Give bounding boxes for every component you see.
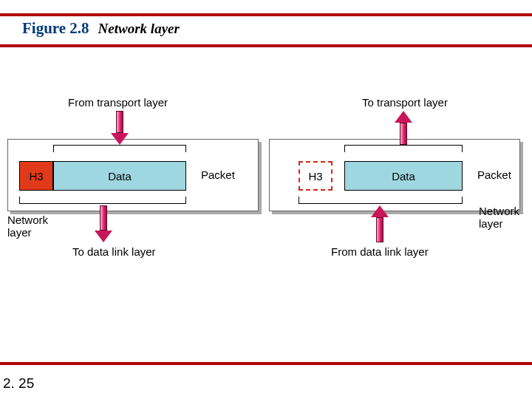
header-segment-h3-removed: H3 xyxy=(299,161,332,191)
packet-label: Packet xyxy=(477,168,511,181)
layer-label: Networklayer xyxy=(479,205,519,230)
data-bracket-top xyxy=(53,145,186,152)
figure-title: Network layer xyxy=(98,21,180,37)
layer-label: Networklayer xyxy=(7,214,48,239)
data-segment: Data xyxy=(53,161,186,191)
header-segment-h3: H3 xyxy=(19,161,53,191)
to-datalink-label: To data link layer xyxy=(72,245,156,258)
from-datalink-label: From data link layer xyxy=(331,245,429,258)
slide-number: 2. 25 xyxy=(3,375,34,392)
figure-number: Figure 2.8 xyxy=(22,19,89,38)
data-segment: Data xyxy=(344,161,463,191)
rule-under-title xyxy=(0,44,532,47)
layer-label-text: Networklayer xyxy=(479,205,519,230)
packet-label: Packet xyxy=(201,168,235,181)
segment-label: Data xyxy=(392,170,415,183)
segment-label: H3 xyxy=(308,170,322,183)
data-bracket-top xyxy=(344,145,463,152)
layer-label-text: Networklayer xyxy=(7,214,48,239)
from-transport-label: From transport layer xyxy=(68,96,168,109)
to-transport-label: To transport layer xyxy=(362,96,448,109)
segment-label: H3 xyxy=(29,170,43,183)
rule-top xyxy=(0,13,532,16)
network-layer-diagram: H3 Data Packet H3 Data Packet Networklay… xyxy=(7,89,525,281)
segment-label: Data xyxy=(108,170,132,183)
packet-bracket-bottom xyxy=(19,197,186,204)
packet-bracket-bottom xyxy=(299,197,463,204)
rule-bottom xyxy=(0,362,532,365)
figure-title-row: Figure 2.8 Network layer xyxy=(22,19,180,38)
